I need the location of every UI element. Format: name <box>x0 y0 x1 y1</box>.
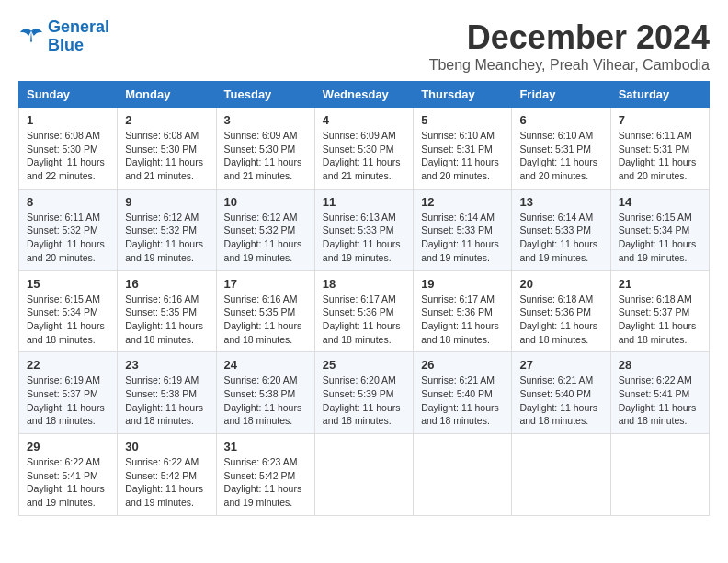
day-number: 24 <box>224 358 307 372</box>
weekday-header-saturday: Saturday <box>610 82 709 108</box>
day-info: Sunrise: 6:10 AM Sunset: 5:31 PM Dayligh… <box>421 129 504 183</box>
day-info: Sunrise: 6:19 AM Sunset: 5:38 PM Dayligh… <box>125 373 208 428</box>
calendar-day-cell: 4Sunrise: 6:09 AM Sunset: 5:30 PM Daylig… <box>314 108 413 190</box>
calendar-day-cell: 24Sunrise: 6:20 AM Sunset: 5:38 PM Dayli… <box>216 352 314 434</box>
day-number: 22 <box>27 358 109 372</box>
calendar-day-cell: 20Sunrise: 6:18 AM Sunset: 5:36 PM Dayli… <box>512 270 610 352</box>
day-number: 3 <box>224 113 307 127</box>
weekday-header-wednesday: Wednesday <box>314 82 413 108</box>
day-number: 28 <box>619 358 701 372</box>
day-info: Sunrise: 6:18 AM Sunset: 5:37 PM Dayligh… <box>619 293 701 347</box>
day-info: Sunrise: 6:22 AM Sunset: 5:41 PM Dayligh… <box>619 373 701 428</box>
calendar-day-cell: 8Sunrise: 6:11 AM Sunset: 5:32 PM Daylig… <box>19 189 118 270</box>
calendar-day-cell: 5Sunrise: 6:10 AM Sunset: 5:31 PM Daylig… <box>414 108 512 190</box>
empty-cell <box>414 434 512 516</box>
calendar-day-cell: 22Sunrise: 6:19 AM Sunset: 5:37 PM Dayli… <box>19 352 118 434</box>
calendar-day-cell: 25Sunrise: 6:20 AM Sunset: 5:39 PM Dayli… <box>314 352 413 434</box>
logo-text: General Blue <box>48 18 109 55</box>
calendar-day-cell: 15Sunrise: 6:15 AM Sunset: 5:34 PM Dayli… <box>19 270 118 352</box>
day-info: Sunrise: 6:14 AM Sunset: 5:33 PM Dayligh… <box>519 211 602 265</box>
day-number: 15 <box>27 277 109 291</box>
day-number: 13 <box>519 195 602 209</box>
page-header: General Blue December 2024 Tbeng Meanche… <box>18 18 710 74</box>
calendar-day-cell: 6Sunrise: 6:10 AM Sunset: 5:31 PM Daylig… <box>512 108 610 190</box>
day-number: 23 <box>125 358 208 372</box>
day-number: 16 <box>125 277 208 291</box>
day-info: Sunrise: 6:15 AM Sunset: 5:34 PM Dayligh… <box>27 293 109 347</box>
day-number: 19 <box>421 277 504 291</box>
location-subtitle: Tbeng Meanchey, Preah Vihear, Cambodia <box>429 57 710 74</box>
logo-icon <box>18 24 44 50</box>
day-number: 8 <box>27 195 109 209</box>
calendar-day-cell: 10Sunrise: 6:12 AM Sunset: 5:32 PM Dayli… <box>216 189 314 270</box>
calendar-day-cell: 28Sunrise: 6:22 AM Sunset: 5:41 PM Dayli… <box>610 352 709 434</box>
day-info: Sunrise: 6:11 AM Sunset: 5:31 PM Dayligh… <box>619 129 701 183</box>
day-number: 10 <box>224 195 307 209</box>
day-info: Sunrise: 6:10 AM Sunset: 5:31 PM Dayligh… <box>519 129 602 183</box>
calendar-day-cell: 19Sunrise: 6:17 AM Sunset: 5:36 PM Dayli… <box>414 270 512 352</box>
day-number: 18 <box>323 277 405 291</box>
title-block: December 2024 Tbeng Meanchey, Preah Vihe… <box>429 18 710 74</box>
calendar-week-row: 8Sunrise: 6:11 AM Sunset: 5:32 PM Daylig… <box>19 189 710 270</box>
calendar-day-cell: 23Sunrise: 6:19 AM Sunset: 5:38 PM Dayli… <box>118 352 216 434</box>
day-info: Sunrise: 6:22 AM Sunset: 5:41 PM Dayligh… <box>27 455 109 510</box>
day-number: 11 <box>323 195 405 209</box>
calendar-week-row: 1Sunrise: 6:08 AM Sunset: 5:30 PM Daylig… <box>19 108 710 190</box>
day-info: Sunrise: 6:08 AM Sunset: 5:30 PM Dayligh… <box>125 129 208 183</box>
weekday-header-monday: Monday <box>118 82 216 108</box>
day-info: Sunrise: 6:11 AM Sunset: 5:32 PM Dayligh… <box>27 211 109 265</box>
calendar-day-cell: 30Sunrise: 6:22 AM Sunset: 5:42 PM Dayli… <box>118 434 216 516</box>
calendar-day-cell: 16Sunrise: 6:16 AM Sunset: 5:35 PM Dayli… <box>118 270 216 352</box>
weekday-header-sunday: Sunday <box>19 82 118 108</box>
day-info: Sunrise: 6:21 AM Sunset: 5:40 PM Dayligh… <box>421 373 504 428</box>
empty-cell <box>610 434 709 516</box>
weekday-header-friday: Friday <box>512 82 610 108</box>
day-number: 20 <box>519 277 602 291</box>
calendar-day-cell: 1Sunrise: 6:08 AM Sunset: 5:30 PM Daylig… <box>19 108 118 190</box>
day-number: 7 <box>619 113 701 127</box>
day-info: Sunrise: 6:17 AM Sunset: 5:36 PM Dayligh… <box>323 293 405 347</box>
day-info: Sunrise: 6:20 AM Sunset: 5:38 PM Dayligh… <box>224 373 307 428</box>
day-info: Sunrise: 6:12 AM Sunset: 5:32 PM Dayligh… <box>224 211 307 265</box>
day-number: 30 <box>125 440 208 454</box>
calendar-day-cell: 2Sunrise: 6:08 AM Sunset: 5:30 PM Daylig… <box>118 108 216 190</box>
weekday-header-tuesday: Tuesday <box>216 82 314 108</box>
day-number: 17 <box>224 277 307 291</box>
calendar-day-cell: 14Sunrise: 6:15 AM Sunset: 5:34 PM Dayli… <box>610 189 709 270</box>
calendar-week-row: 29Sunrise: 6:22 AM Sunset: 5:41 PM Dayli… <box>19 434 710 516</box>
day-number: 31 <box>224 440 307 454</box>
day-info: Sunrise: 6:17 AM Sunset: 5:36 PM Dayligh… <box>421 293 504 347</box>
calendar-day-cell: 26Sunrise: 6:21 AM Sunset: 5:40 PM Dayli… <box>414 352 512 434</box>
calendar-day-cell: 9Sunrise: 6:12 AM Sunset: 5:32 PM Daylig… <box>118 189 216 270</box>
logo: General Blue <box>18 18 109 55</box>
calendar-day-cell: 13Sunrise: 6:14 AM Sunset: 5:33 PM Dayli… <box>512 189 610 270</box>
calendar-day-cell: 11Sunrise: 6:13 AM Sunset: 5:33 PM Dayli… <box>314 189 413 270</box>
day-number: 29 <box>27 440 109 454</box>
calendar-week-row: 22Sunrise: 6:19 AM Sunset: 5:37 PM Dayli… <box>19 352 710 434</box>
day-number: 2 <box>125 113 208 127</box>
day-info: Sunrise: 6:13 AM Sunset: 5:33 PM Dayligh… <box>323 211 405 265</box>
day-number: 4 <box>323 113 405 127</box>
day-number: 25 <box>323 358 405 372</box>
day-number: 6 <box>519 113 602 127</box>
day-info: Sunrise: 6:09 AM Sunset: 5:30 PM Dayligh… <box>224 129 307 183</box>
day-number: 26 <box>421 358 504 372</box>
calendar-day-cell: 31Sunrise: 6:23 AM Sunset: 5:42 PM Dayli… <box>216 434 314 516</box>
day-info: Sunrise: 6:14 AM Sunset: 5:33 PM Dayligh… <box>421 211 504 265</box>
day-info: Sunrise: 6:22 AM Sunset: 5:42 PM Dayligh… <box>125 455 208 510</box>
calendar-day-cell: 3Sunrise: 6:09 AM Sunset: 5:30 PM Daylig… <box>216 108 314 190</box>
calendar-day-cell: 27Sunrise: 6:21 AM Sunset: 5:40 PM Dayli… <box>512 352 610 434</box>
day-info: Sunrise: 6:23 AM Sunset: 5:42 PM Dayligh… <box>224 455 307 510</box>
day-info: Sunrise: 6:16 AM Sunset: 5:35 PM Dayligh… <box>224 293 307 347</box>
day-number: 27 <box>519 358 602 372</box>
day-number: 12 <box>421 195 504 209</box>
calendar-day-cell: 17Sunrise: 6:16 AM Sunset: 5:35 PM Dayli… <box>216 270 314 352</box>
day-number: 1 <box>27 113 109 127</box>
day-number: 14 <box>619 195 701 209</box>
day-info: Sunrise: 6:12 AM Sunset: 5:32 PM Dayligh… <box>125 211 208 265</box>
day-info: Sunrise: 6:16 AM Sunset: 5:35 PM Dayligh… <box>125 293 208 347</box>
weekday-header-row: SundayMondayTuesdayWednesdayThursdayFrid… <box>19 82 710 108</box>
calendar-day-cell: 18Sunrise: 6:17 AM Sunset: 5:36 PM Dayli… <box>314 270 413 352</box>
day-info: Sunrise: 6:20 AM Sunset: 5:39 PM Dayligh… <box>323 373 405 428</box>
calendar-table: SundayMondayTuesdayWednesdayThursdayFrid… <box>18 81 710 516</box>
